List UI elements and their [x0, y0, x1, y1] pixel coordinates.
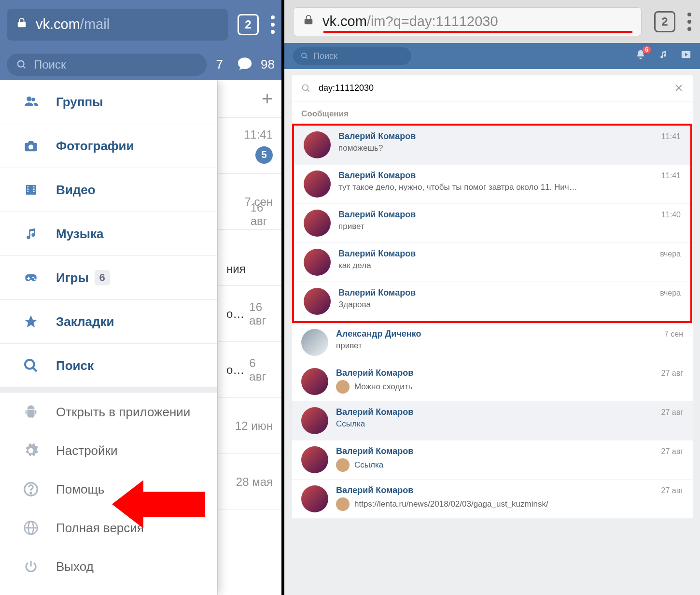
- message-row[interactable]: Валерий Комароввчеракак дела: [294, 243, 690, 282]
- avatar: [301, 407, 328, 434]
- sender-name: Валерий Комаров: [336, 446, 413, 456]
- avatar: [301, 329, 328, 356]
- sender-name: Валерий Комаров: [336, 485, 413, 496]
- message-row[interactable]: Валерий Комаров11:41тут такое дело, нужн…: [294, 165, 690, 204]
- sidebar-item-power[interactable]: Выход: [0, 547, 217, 586]
- star-icon: [21, 312, 41, 331]
- message-row[interactable]: Валерий Комаров27 авгhttps://lenta.ru/ne…: [292, 480, 693, 519]
- message-row[interactable]: Валерий Комаров27 авгСсылка: [292, 401, 693, 440]
- address-bar[interactable]: vk.com/mail: [7, 9, 228, 41]
- message-row[interactable]: Валерий Комаров11:40привет: [294, 204, 690, 243]
- menu-icon[interactable]: [271, 15, 275, 34]
- bell-icon[interactable]: 6: [635, 49, 646, 63]
- music-icon: [21, 224, 41, 243]
- sidebar-item-search[interactable]: Поиск: [0, 344, 217, 388]
- svg-line-10: [306, 57, 307, 58]
- unread-badge: 5: [255, 146, 273, 164]
- search-placeholder: Поиск: [34, 58, 66, 71]
- message-text: Ссылка: [336, 419, 683, 429]
- list-item[interactable]: о… 16 авг: [218, 286, 281, 342]
- tabs-count[interactable]: 2: [238, 14, 259, 35]
- message-row[interactable]: Валерий Комаров27 авгСсылка: [292, 440, 693, 480]
- avatar: [304, 288, 331, 315]
- sidebar-item-camera[interactable]: Фотографии: [0, 124, 217, 168]
- close-icon[interactable]: ✕: [674, 82, 683, 95]
- messages-icon[interactable]: [236, 56, 254, 74]
- time: 11:40: [661, 211, 681, 219]
- time: 27 авг: [661, 369, 683, 378]
- message-text: Здарова: [338, 300, 681, 310]
- lock-icon: [303, 14, 314, 29]
- svg-point-9: [302, 53, 306, 57]
- message-row[interactable]: Александр Диченко7 сенпривет: [292, 323, 693, 362]
- divider: [0, 388, 217, 393]
- svg-point-12: [303, 85, 308, 90]
- avatar-mini: [336, 380, 350, 394]
- message-row[interactable]: Валерий Комаров27 авгМожно сходить: [292, 362, 693, 401]
- message-text: как дела: [338, 261, 681, 270]
- avatar: [301, 446, 328, 473]
- svg-line-1: [23, 66, 26, 68]
- message-text: https://lenta.ru/news/2018/02/03/gaga_us…: [336, 497, 683, 511]
- annotation-box: Валерий Комаров11:41поможешь?Валерий Ком…: [292, 124, 692, 323]
- sidebar-item-label: Фотографии: [56, 139, 134, 154]
- sidebar-item-gamepad[interactable]: Игры6: [0, 256, 217, 300]
- sidebar-item-gear[interactable]: Настройки: [0, 431, 217, 470]
- sidebar-item-android[interactable]: Открыть в приложении: [0, 393, 217, 431]
- avatar: [304, 131, 331, 158]
- vk-mobile-header: Поиск 7 98: [0, 49, 281, 80]
- list-item[interactable]: 12 июн: [218, 398, 281, 454]
- sidebar-item-label: Музыка: [56, 227, 103, 241]
- sender-name: Валерий Комаров: [338, 288, 416, 298]
- avatar: [304, 210, 331, 237]
- time: вчера: [660, 250, 681, 258]
- message-text: поможешь?: [338, 143, 681, 153]
- sender-name: Валерий Комаров: [336, 407, 413, 417]
- list-item[interactable]: 11:41 5: [218, 118, 281, 174]
- background-list: + 11:41 5 7 сен ния 16 авг о… 16 авг о…: [217, 80, 281, 595]
- list-item[interactable]: ния 16 авг: [218, 230, 281, 286]
- plus-icon[interactable]: +: [262, 88, 273, 110]
- sidebar-item-label: Игры: [56, 270, 89, 285]
- list-item[interactable]: о… 6 авг: [218, 342, 281, 398]
- avatar: [301, 485, 328, 512]
- menu-icon[interactable]: [687, 13, 691, 31]
- time: 27 авг: [661, 486, 683, 495]
- messages-card: day:11112030 ✕ Сообщения Валерий Комаров…: [291, 75, 693, 519]
- sidebar-item-label: Видео: [56, 183, 96, 198]
- sidebar-item-label: Настройки: [56, 443, 118, 458]
- list-item[interactable]: 28 мая: [218, 454, 281, 510]
- film-icon: [21, 180, 41, 199]
- sidebar-item-star[interactable]: Закладки: [0, 300, 217, 344]
- search-value: day:11112030: [319, 83, 674, 93]
- friends-count[interactable]: 7: [216, 57, 223, 72]
- sidebar-item-label: Группы: [56, 95, 103, 110]
- annotation-arrow: [142, 492, 205, 517]
- svg-line-13: [308, 89, 309, 91]
- message-row[interactable]: Валерий Комаров11:41поможешь?: [294, 126, 690, 165]
- svg-line-3: [33, 368, 37, 371]
- sidebar-item-groups[interactable]: Группы: [0, 80, 217, 124]
- sidebar-item-label: Закладки: [56, 314, 114, 329]
- messages-search[interactable]: day:11112030 ✕: [292, 75, 693, 101]
- avatar-mini: [336, 458, 350, 472]
- gamepad-icon: [21, 268, 41, 287]
- address-bar[interactable]: vk.com/im?q=day:11112030: [293, 7, 642, 36]
- sender-name: Валерий Комаров: [338, 170, 416, 181]
- music-icon[interactable]: [658, 50, 668, 62]
- time: 27 авг: [661, 408, 683, 417]
- vk-desktop-header: Поиск 6: [284, 43, 700, 69]
- sender-name: Валерий Комаров: [336, 368, 413, 378]
- sidebar-item-label: Выход: [56, 559, 94, 574]
- search-input[interactable]: Поиск: [7, 54, 207, 76]
- badge: 6: [95, 270, 110, 285]
- sidebar-item-film[interactable]: Видео: [0, 168, 217, 212]
- gear-icon: [21, 441, 41, 460]
- sidebar-item-label: Поиск: [56, 358, 94, 373]
- tabs-count[interactable]: 2: [654, 11, 675, 32]
- svg-point-2: [25, 360, 34, 369]
- sidebar-item-music[interactable]: Музыка: [0, 212, 217, 256]
- play-icon[interactable]: [681, 49, 691, 63]
- search-input[interactable]: Поиск: [293, 47, 411, 65]
- message-row[interactable]: Валерий КомароввчераЗдарова: [294, 282, 690, 321]
